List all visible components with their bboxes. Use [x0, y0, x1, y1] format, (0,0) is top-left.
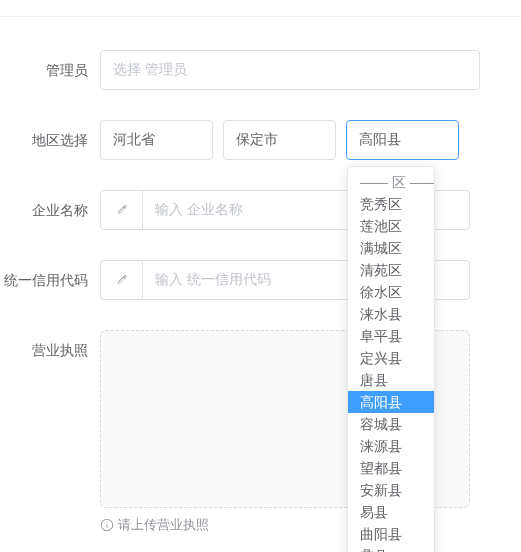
dropdown-item[interactable]: 容城县 — [348, 413, 434, 435]
edit-icon — [101, 191, 143, 229]
district-value: 高阳县 — [359, 131, 401, 149]
dropdown-item[interactable]: 望都县 — [348, 457, 434, 479]
dropdown-header: —— 区 —— — [348, 171, 434, 193]
row-company-name: 企业名称 输入 企业名称 — [0, 190, 521, 230]
form: 管理员 选择 管理员 地区选择 河北省 保定市 高阳县 —— 区 —— 竞秀区莲… — [0, 0, 521, 534]
label-company-name: 企业名称 — [0, 190, 100, 230]
dropdown-item[interactable]: 徐水区 — [348, 281, 434, 303]
admin-placeholder: 选择 管理员 — [113, 61, 187, 79]
info-icon — [100, 518, 114, 532]
province-value: 河北省 — [113, 131, 155, 149]
row-admin: 管理员 选择 管理员 — [0, 50, 521, 90]
row-region: 地区选择 河北省 保定市 高阳县 —— 区 —— 竞秀区莲池区满城区清苑区徐水区… — [0, 120, 521, 160]
dropdown-item[interactable]: 高阳县 — [348, 391, 434, 413]
province-select[interactable]: 河北省 — [100, 120, 213, 160]
label-region: 地区选择 — [0, 120, 100, 160]
license-tip-text: 请上传营业执照 — [118, 516, 209, 534]
district-select[interactable]: 高阳县 —— 区 —— 竞秀区莲池区满城区清苑区徐水区涞水县阜平县定兴县唐县高阳… — [346, 120, 459, 160]
dropdown-item[interactable]: 蠡县 — [348, 545, 434, 552]
dropdown-item[interactable]: 竞秀区 — [348, 193, 434, 215]
dropdown-item[interactable]: 涞源县 — [348, 435, 434, 457]
edit-icon — [101, 261, 143, 299]
dropdown-item[interactable]: 满城区 — [348, 237, 434, 259]
dropdown-item[interactable]: 定兴县 — [348, 347, 434, 369]
row-credit-code: 统一信用代码 输入 统一信用代码 — [0, 260, 521, 300]
dropdown-item[interactable]: 安新县 — [348, 479, 434, 501]
dropdown-item[interactable]: 易县 — [348, 501, 434, 523]
label-credit-code: 统一信用代码 — [0, 260, 100, 300]
dropdown-item[interactable]: 阜平县 — [348, 325, 434, 347]
city-value: 保定市 — [236, 131, 278, 149]
dropdown-item[interactable]: 清苑区 — [348, 259, 434, 281]
label-admin: 管理员 — [0, 50, 100, 90]
city-select[interactable]: 保定市 — [223, 120, 336, 160]
dropdown-item[interactable]: 涞水县 — [348, 303, 434, 325]
label-license: 营业执照 — [0, 330, 100, 370]
dropdown-item[interactable]: 曲阳县 — [348, 523, 434, 545]
dropdown-item[interactable]: 唐县 — [348, 369, 434, 391]
district-dropdown: —— 区 —— 竞秀区莲池区满城区清苑区徐水区涞水县阜平县定兴县唐县高阳县容城县… — [347, 166, 435, 552]
row-license: 营业执照 请上传营业执照 — [0, 330, 521, 534]
admin-select[interactable]: 选择 管理员 — [100, 50, 480, 90]
dropdown-item[interactable]: 莲池区 — [348, 215, 434, 237]
divider — [0, 16, 521, 17]
region-fields: 河北省 保定市 高阳县 —— 区 —— 竞秀区莲池区满城区清苑区徐水区涞水县阜平… — [100, 120, 459, 160]
